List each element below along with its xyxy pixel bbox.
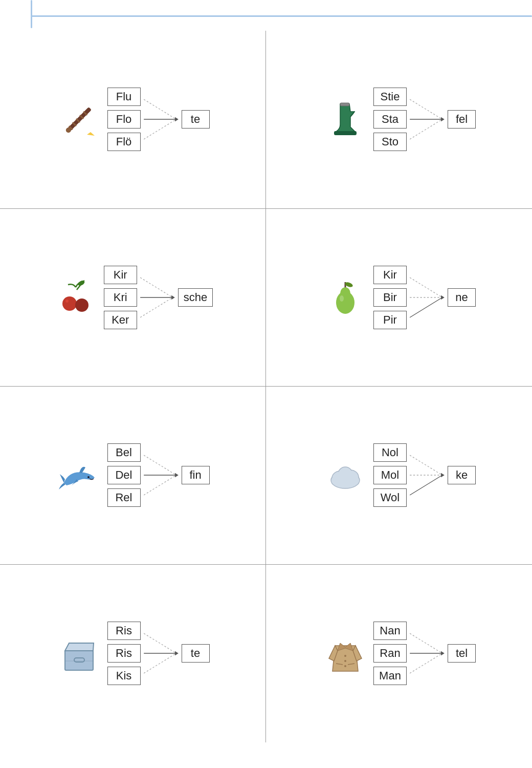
pear-image — [322, 274, 368, 321]
svg-marker-7 — [87, 132, 95, 136]
svg-marker-26 — [171, 295, 175, 300]
word-box-7-1: Ris — [107, 622, 141, 640]
svg-marker-40 — [175, 473, 179, 477]
word-box-4-1: Kir — [373, 266, 407, 284]
svg-line-17 — [410, 119, 442, 139]
word-box-1-3: Flö — [107, 133, 141, 151]
svg-point-20 — [62, 296, 77, 311]
word-box-5-2: Del — [107, 466, 141, 484]
suffix-box-5: fin — [182, 466, 210, 484]
svg-line-51 — [410, 475, 442, 495]
svg-marker-52 — [441, 473, 445, 477]
exercise-cell-2: StieStaStofel — [266, 31, 532, 209]
exercise-cell-3: KirKriKersche — [0, 209, 266, 387]
svg-point-60 — [344, 655, 346, 657]
connector-svg — [141, 625, 182, 681]
word-box-8-3: Man — [373, 667, 407, 685]
svg-line-37 — [144, 455, 176, 475]
connector-svg — [407, 625, 448, 681]
svg-point-31 — [340, 295, 344, 302]
suffix-box-3: sche — [178, 288, 213, 307]
word-box-4-3: Pir — [373, 311, 407, 329]
top-line-vertical — [31, 0, 32, 28]
connector-svg — [137, 269, 178, 326]
connector-svg — [407, 91, 448, 147]
connector-svg — [141, 447, 182, 503]
word-boxes-8: NanRanMan — [373, 622, 407, 685]
svg-line-25 — [140, 297, 172, 317]
svg-rect-53 — [65, 651, 93, 670]
svg-point-22 — [65, 300, 69, 303]
svg-point-62 — [344, 665, 346, 667]
word-box-4-2: Bir — [373, 288, 407, 307]
exercise-8: NanRanMantel — [271, 622, 527, 685]
coat-icon — [325, 633, 366, 674]
pear-icon — [325, 277, 366, 318]
boot-image — [322, 96, 368, 142]
flute-icon — [59, 99, 100, 140]
word-box-3-3: Ker — [104, 311, 137, 329]
exercise-grid: FluFloFlöte StieStaStofel KirKriKersche … — [0, 31, 532, 742]
svg-marker-11 — [175, 117, 179, 121]
connector-8 — [407, 625, 448, 681]
word-box-8-2: Ran — [373, 644, 407, 663]
svg-marker-18 — [441, 117, 445, 121]
connector-5 — [141, 447, 182, 503]
svg-line-23 — [140, 278, 172, 297]
word-box-6-3: Wol — [373, 488, 407, 507]
exercise-4: KirBirPirne — [271, 266, 527, 329]
flute-image — [56, 96, 102, 142]
main-content: FluFloFlöte StieStaStofel KirKriKersche … — [0, 31, 532, 742]
exercise-cell-1: FluFloFlöte — [0, 31, 266, 209]
svg-line-10 — [144, 119, 176, 139]
word-box-3-1: Kir — [104, 266, 137, 284]
cloud-image — [322, 452, 368, 498]
coat-image — [322, 630, 368, 676]
svg-point-61 — [344, 660, 346, 662]
exercise-7: RisRisKiste — [5, 622, 260, 685]
exercise-cell-6: NolMolWolke — [266, 387, 532, 565]
word-box-7-3: Kis — [107, 667, 141, 685]
connector-4 — [407, 269, 448, 326]
word-box-2-2: Sta — [373, 110, 407, 129]
word-box-2-3: Sto — [373, 133, 407, 151]
svg-rect-12 — [334, 131, 357, 135]
svg-marker-68 — [441, 651, 445, 655]
word-box-5-1: Bel — [107, 443, 141, 462]
word-boxes-2: StieStaSto — [373, 88, 407, 151]
exercise-3: KirKriKersche — [5, 266, 260, 329]
word-box-1-2: Flo — [107, 110, 141, 129]
svg-point-21 — [75, 298, 88, 312]
cloud-icon — [325, 455, 366, 496]
svg-point-48 — [339, 467, 352, 481]
svg-line-58 — [144, 653, 176, 673]
box-icon — [59, 633, 100, 674]
svg-line-65 — [410, 633, 442, 653]
dolphin-icon — [59, 455, 100, 496]
svg-line-49 — [410, 455, 442, 475]
exercise-cell-4: KirBirPirne — [266, 209, 532, 387]
svg-marker-59 — [175, 651, 179, 655]
exercise-5: BelDelRelfin — [5, 443, 260, 507]
word-box-6-1: Nol — [373, 443, 407, 462]
connector-7 — [141, 625, 182, 681]
top-line-horizontal — [31, 15, 532, 17]
svg-rect-13 — [340, 103, 349, 106]
connector-1 — [141, 91, 182, 147]
word-box-2-1: Stie — [373, 88, 407, 106]
svg-line-15 — [410, 99, 442, 119]
svg-marker-35 — [441, 295, 445, 300]
svg-line-34 — [410, 297, 442, 317]
suffix-box-8: tel — [448, 644, 476, 663]
word-box-6-2: Mol — [373, 466, 407, 484]
exercise-cell-8: NanRanMantel — [266, 565, 532, 743]
connector-svg — [407, 447, 448, 503]
box-image — [56, 630, 102, 676]
exercise-cell-5: BelDelRelfin — [0, 387, 266, 565]
word-boxes-7: RisRisKis — [107, 622, 141, 685]
exercise-cell-7: RisRisKiste — [0, 565, 266, 743]
svg-line-8 — [144, 99, 176, 119]
svg-line-39 — [144, 475, 176, 495]
word-boxes-5: BelDelRel — [107, 443, 141, 507]
suffix-box-4: ne — [448, 288, 476, 307]
